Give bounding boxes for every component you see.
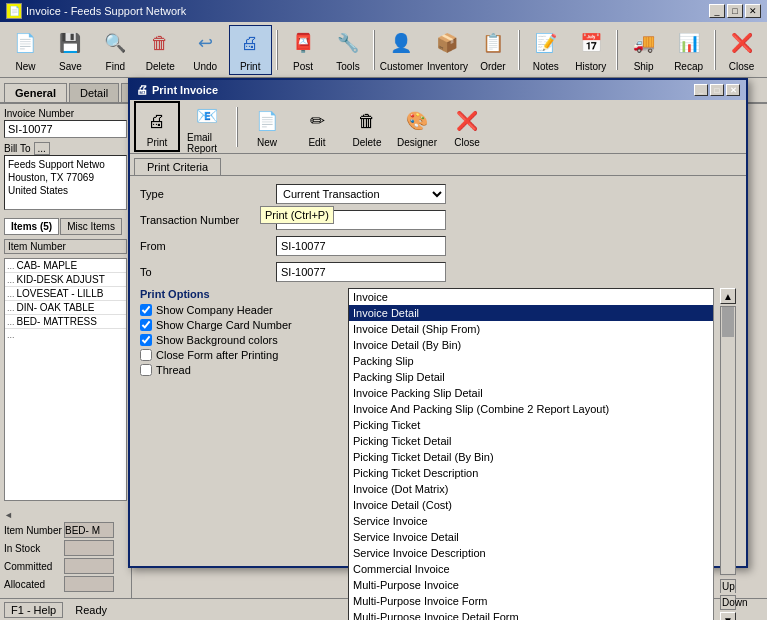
bill-to-ellipsis[interactable]: ...	[34, 142, 50, 155]
toolbar-notes[interactable]: 📝 Notes	[524, 25, 567, 75]
report-item-picking-ticket-detail-by-bin[interactable]: Picking Ticket Detail (By Bin)	[349, 449, 713, 465]
from-input[interactable]	[276, 236, 446, 256]
item-number-input[interactable]	[64, 522, 114, 538]
report-item-packing-slip[interactable]: Packing Slip	[349, 353, 713, 369]
toolbar-save[interactable]: 💾 Save	[49, 25, 92, 75]
report-item-multi-purpose-invoice-detail-form[interactable]: Multi-Purpose Invoice Detail Form	[349, 609, 713, 620]
report-item-picking-ticket[interactable]: Picking Ticket	[349, 417, 713, 433]
in-stock-input[interactable]	[64, 540, 114, 556]
report-item-multi-purpose-invoice-form[interactable]: Multi-Purpose Invoice Form	[349, 593, 713, 609]
toolbar-close[interactable]: ❌ Close	[720, 25, 763, 75]
close-window-button[interactable]: ✕	[745, 4, 761, 18]
dlg-edit-icon: ✏	[301, 105, 333, 137]
notes-icon: 📝	[530, 28, 562, 59]
toolbar-history[interactable]: 📅 History	[569, 25, 612, 75]
close-after-print-checkbox[interactable]	[140, 349, 152, 361]
dlg-designer-button[interactable]: 🎨 Designer	[394, 102, 440, 151]
report-item-service-invoice[interactable]: Service Invoice	[349, 513, 713, 529]
toolbar-print[interactable]: 🖨 Print	[229, 25, 272, 75]
report-item-packing-slip-detail[interactable]: Packing Slip Detail	[349, 369, 713, 385]
items-tab-bar: Items (5) Misc Items	[4, 218, 127, 235]
show-company-header-label: Show Company Header	[156, 304, 273, 316]
dlg-delete-button[interactable]: 🗑 Delete	[344, 102, 390, 151]
dlg-email-report-button[interactable]: 📧 Email Report	[184, 97, 230, 157]
to-row: To	[140, 262, 736, 282]
report-item-commercial-invoice[interactable]: Commercial Invoice	[349, 561, 713, 577]
toolbar-undo[interactable]: ↩ Undo	[184, 25, 227, 75]
report-item-invoice-and-packing-slip[interactable]: Invoice And Packing Slip (Combine 2 Repo…	[349, 401, 713, 417]
items-tab-misc[interactable]: Misc Items	[60, 218, 122, 235]
transaction-number-input[interactable]	[276, 210, 446, 230]
dlg-edit-button[interactable]: ✏ Edit	[294, 102, 340, 151]
tab-general[interactable]: General	[4, 83, 67, 102]
tab-detail[interactable]: Detail	[69, 83, 119, 102]
report-item-invoice-dot-matrix[interactable]: Invoice (Dot Matrix)	[349, 481, 713, 497]
toolbar-post[interactable]: 📮 Post	[282, 25, 325, 75]
show-bg-colors-checkbox[interactable]	[140, 334, 152, 346]
delete-icon: 🗑	[144, 28, 176, 59]
committed-label: Committed	[4, 561, 64, 572]
toolbar-separator-3	[518, 30, 520, 70]
committed-input[interactable]	[64, 558, 114, 574]
report-item-invoice[interactable]: Invoice	[349, 289, 713, 305]
list-item[interactable]: ... BED- MATTRESS	[5, 315, 126, 329]
items-tab-items[interactable]: Items (5)	[4, 218, 59, 235]
thread-checkbox[interactable]	[140, 364, 152, 376]
show-company-header-row: Show Company Header	[140, 304, 340, 316]
list-item[interactable]: ... LOVESEAT - LILLB	[5, 287, 126, 301]
list-item[interactable]: ...	[5, 329, 126, 341]
list-item[interactable]: ... KID-DESK ADJUST	[5, 273, 126, 287]
report-item-invoice-detail-by-bin[interactable]: Invoice Detail (By Bin)	[349, 337, 713, 353]
dlg-tab-print-criteria[interactable]: Print Criteria	[134, 158, 221, 175]
app-icon: 📄	[6, 3, 22, 19]
list-item[interactable]: ... DIN- OAK TABLE	[5, 301, 126, 315]
report-area: Invoice Invoice Detail Invoice Detail (S…	[348, 288, 736, 620]
print-invoice-dialog: 🖨 Print Invoice _ □ ✕ 🖨 Print 📧 Email Re…	[128, 78, 748, 568]
main-toolbar: 📄 New 💾 Save 🔍 Find 🗑 Delete ↩ Undo 🖨 Pr…	[0, 22, 767, 78]
minimize-button[interactable]: _	[709, 4, 725, 18]
show-company-header-checkbox[interactable]	[140, 304, 152, 316]
report-item-multi-purpose-invoice[interactable]: Multi-Purpose Invoice	[349, 577, 713, 593]
report-item-service-invoice-description[interactable]: Service Invoice Description	[349, 545, 713, 561]
list-item[interactable]: ... CAB- MAPLE	[5, 259, 126, 273]
report-item-picking-ticket-description[interactable]: Picking Ticket Description	[349, 465, 713, 481]
toolbar-recap[interactable]: 📊 Recap	[667, 25, 710, 75]
report-item-service-invoice-detail[interactable]: Service Invoice Detail	[349, 529, 713, 545]
invoice-number-input[interactable]	[4, 120, 127, 138]
report-item-invoice-packing-slip-detail[interactable]: Invoice Packing Slip Detail	[349, 385, 713, 401]
toolbar-order[interactable]: 📋 Order	[471, 25, 514, 75]
report-item-invoice-detail-ship-from[interactable]: Invoice Detail (Ship From)	[349, 321, 713, 337]
scroll-down-button[interactable]: ▼	[720, 612, 736, 620]
report-item-picking-ticket-detail[interactable]: Picking Ticket Detail	[349, 433, 713, 449]
allocated-input[interactable]	[64, 576, 114, 592]
dialog-minimize[interactable]: _	[694, 84, 708, 96]
in-stock-label: In Stock	[4, 543, 64, 554]
toolbar-new[interactable]: 📄 New	[4, 25, 47, 75]
toolbar-ship[interactable]: 🚚 Ship	[622, 25, 665, 75]
dlg-print-button[interactable]: 🖨 Print	[134, 101, 180, 152]
dialog-close[interactable]: ✕	[726, 84, 740, 96]
report-item-invoice-detail-cost[interactable]: Invoice Detail (Cost)	[349, 497, 713, 513]
report-list[interactable]: Invoice Invoice Detail Invoice Detail (S…	[348, 288, 714, 620]
down-label: Down	[720, 595, 736, 610]
from-label: From	[140, 240, 270, 252]
scroll-thumb[interactable]	[722, 307, 734, 337]
scroll-track[interactable]	[720, 306, 736, 575]
show-charge-card-checkbox[interactable]	[140, 319, 152, 331]
toolbar-delete[interactable]: 🗑 Delete	[139, 25, 182, 75]
order-icon: 📋	[477, 28, 509, 59]
dlg-new-button[interactable]: 📄 New	[244, 102, 290, 151]
to-input[interactable]	[276, 262, 446, 282]
toolbar-tools[interactable]: 🔧 Tools	[327, 25, 370, 75]
toolbar-find[interactable]: 🔍 Find	[94, 25, 137, 75]
type-select[interactable]: Current Transaction	[276, 184, 446, 204]
maximize-button[interactable]: □	[727, 4, 743, 18]
toolbar-inventory[interactable]: 📦 Inventory	[425, 25, 469, 75]
app-window: 📄 Invoice - Feeds Support Network _ □ ✕ …	[0, 0, 767, 620]
report-item-invoice-detail[interactable]: Invoice Detail	[349, 305, 713, 321]
dlg-separator-1	[236, 107, 238, 147]
dlg-close-button[interactable]: ❌ Close	[444, 102, 490, 151]
toolbar-customer[interactable]: 👤 Customer	[379, 25, 423, 75]
dialog-maximize[interactable]: □	[710, 84, 724, 96]
scroll-up-button[interactable]: ▲	[720, 288, 736, 304]
